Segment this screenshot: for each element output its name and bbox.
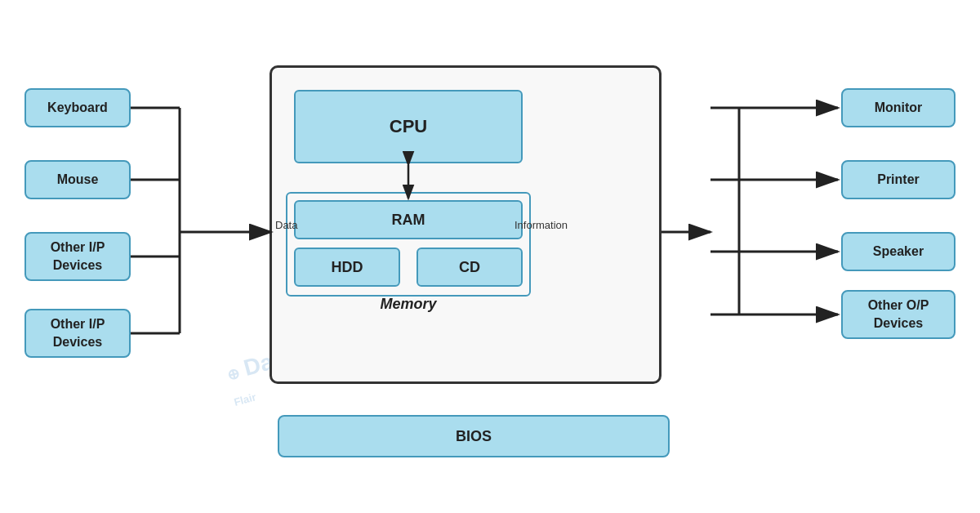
other-ip1-box: Other I/PDevices	[24, 232, 131, 281]
information-flow-label: Information	[514, 219, 568, 231]
other-op-box: Other O/PDevices	[841, 290, 956, 339]
hdd-box: HDD	[294, 248, 400, 287]
data-flow-label: Data	[275, 219, 297, 231]
other-ip2-box: Other I/PDevices	[24, 309, 131, 358]
diagram-container: ⊕ DataFlair ⊕ DataFlair Keyboard Mouse O…	[0, 0, 980, 513]
cpu-box: CPU	[294, 90, 523, 163]
bios-box: BIOS	[278, 415, 670, 457]
ram-box: RAM	[294, 200, 523, 239]
printer-box: Printer	[841, 160, 956, 199]
cd-box: CD	[416, 248, 523, 287]
memory-label: Memory	[294, 296, 523, 313]
speaker-box: Speaker	[841, 232, 956, 271]
keyboard-box: Keyboard	[24, 88, 131, 127]
monitor-box: Monitor	[841, 88, 956, 127]
mouse-box: Mouse	[24, 160, 131, 199]
